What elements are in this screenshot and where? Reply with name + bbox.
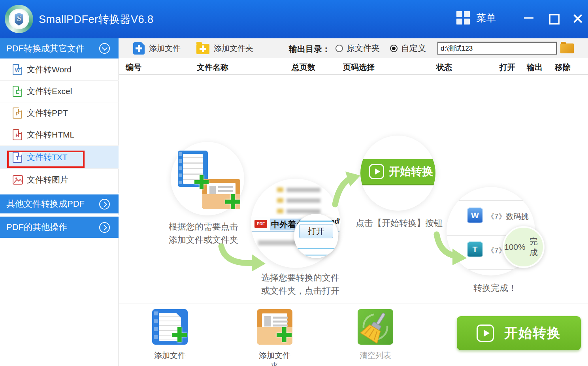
word-result-icon: W bbox=[467, 208, 483, 223]
toolbar: 添加文件 添加文件夹 输出目录： 原文件夹 自定义 bbox=[119, 38, 588, 58]
add-file-big-label[interactable]: 添加文件 bbox=[152, 350, 188, 361]
progress-done-label: 完成 bbox=[530, 236, 543, 258]
sidebar-item-pdf-to-html[interactable]: H 文件转HTML bbox=[0, 124, 119, 145]
column-header-status: 状态 bbox=[436, 62, 452, 73]
sidebar-item-pdf-to-image[interactable]: 文件转图片 bbox=[0, 168, 119, 191]
column-header-pages: 总页数 bbox=[292, 62, 315, 73]
chevron-right-icon bbox=[99, 222, 110, 233]
result-row1-label: 《7》数码挑 bbox=[487, 211, 529, 222]
play-icon bbox=[369, 164, 384, 179]
arrow-step1-to-step2-icon bbox=[215, 243, 267, 275]
start-convert-graphic: 开始转换 bbox=[360, 159, 435, 185]
bottom-divider bbox=[119, 304, 588, 304]
chevron-down-icon bbox=[99, 43, 110, 54]
menu-label: 菜单 bbox=[476, 11, 496, 25]
sidebar-item-pdf-to-ppt[interactable]: P 文件转PPT bbox=[0, 102, 119, 124]
plus-icon bbox=[225, 194, 240, 209]
radio-custom-label: 自定义 bbox=[401, 43, 426, 54]
radio-original-label: 原文件夹 bbox=[347, 43, 380, 54]
sidebar-item-pdf-to-txt[interactable]: T 文件转TXT bbox=[0, 145, 119, 168]
broom-icon bbox=[358, 309, 393, 345]
sidebar-item-pdf-to-excel[interactable]: E 文件转Excel bbox=[0, 80, 119, 102]
column-header-remove: 移除 bbox=[555, 62, 571, 73]
add-file-icon bbox=[133, 42, 145, 55]
radio-unchecked-icon bbox=[335, 45, 343, 52]
sidebar-section-label: 其他文件转换成PDF bbox=[6, 198, 85, 210]
plus-icon bbox=[172, 327, 187, 342]
pdf-file-icon: PDF bbox=[254, 220, 267, 228]
sidebar: PDF转换成其它文件 W 文件转Word E 文件转Excel P 文件转PPT… bbox=[0, 38, 119, 366]
play-icon bbox=[477, 324, 494, 342]
clear-list-button[interactable] bbox=[358, 309, 393, 345]
sidebar-section-label: PDF的其他操作 bbox=[6, 221, 67, 233]
minimize-button[interactable] bbox=[522, 12, 536, 25]
progress-percent: 100% bbox=[504, 242, 526, 252]
sidebar-section-other-to-pdf[interactable]: 其他文件转换成PDF bbox=[0, 193, 119, 213]
tutorial-step2-caption: 选择您要转换的文件 或文件夹，点击打开 bbox=[246, 271, 355, 297]
plus-icon bbox=[194, 175, 209, 189]
column-header-filename: 文件名称 bbox=[197, 62, 228, 73]
column-header-output: 输出 bbox=[527, 62, 543, 73]
title-bar: S SmallPDFer转换器V6.8 菜单 bbox=[0, 0, 588, 38]
tutorial-step1-caption: 根据您的需要点击 添加文件或文件夹 bbox=[157, 220, 250, 246]
sidebar-section-label: PDF转换成其它文件 bbox=[6, 43, 85, 55]
add-file-big-button[interactable] bbox=[152, 309, 188, 345]
add-file-button[interactable]: 添加文件 bbox=[133, 38, 181, 58]
browse-folder-button[interactable] bbox=[560, 42, 575, 54]
start-convert-label: 开始转换 bbox=[504, 324, 561, 342]
open-button: 打开 bbox=[299, 224, 333, 238]
column-header-open: 打开 bbox=[499, 62, 515, 73]
sidebar-section-pdf-other-ops[interactable]: PDF的其他操作 bbox=[0, 215, 119, 238]
excel-doc-icon: E bbox=[13, 86, 22, 97]
arrow-step2-to-step3-icon bbox=[331, 171, 363, 208]
arrow-step3-to-step4-icon bbox=[433, 231, 468, 267]
maximize-button[interactable] bbox=[546, 12, 560, 25]
clear-list-label[interactable]: 清空列表 bbox=[358, 350, 393, 361]
app-window: S SmallPDFer转换器V6.8 菜单 PDF转换成其它文件 W 文件转W… bbox=[0, 0, 588, 366]
column-header-index: 编号 bbox=[126, 62, 141, 73]
word-doc-icon: W bbox=[13, 64, 22, 75]
radio-custom-folder[interactable]: 自定义 bbox=[390, 38, 426, 58]
html-doc-icon: H bbox=[13, 129, 22, 140]
app-logo-icon: S bbox=[5, 5, 33, 33]
add-file-label: 添加文件 bbox=[149, 43, 181, 54]
txt-doc-icon: T bbox=[13, 152, 22, 163]
column-header-pagerange: 页码选择 bbox=[343, 62, 375, 73]
progress-complete-badge: 100% 完成 bbox=[503, 226, 545, 268]
file-table-header: 编号 文件名称 总页数 页码选择 状态 打开 输出 移除 bbox=[119, 58, 588, 75]
plus-icon bbox=[277, 327, 292, 342]
chevron-right-icon bbox=[99, 199, 110, 209]
output-dir-label: 输出目录： bbox=[289, 43, 330, 55]
output-path-input[interactable] bbox=[437, 42, 557, 55]
tutorial-step4-caption: 转换完成！ bbox=[458, 281, 533, 294]
menu-button[interactable]: 菜单 bbox=[456, 11, 496, 25]
app-title: SmallPDFer转换器V6.8 bbox=[39, 12, 154, 26]
sidebar-item-pdf-to-word[interactable]: W 文件转Word bbox=[0, 58, 119, 80]
image-icon bbox=[13, 175, 23, 185]
start-convert-button[interactable]: 开始转换 bbox=[457, 316, 581, 350]
add-folder-button[interactable]: 添加文件夹 bbox=[196, 38, 253, 58]
tutorial-open-button-circle: 打开 bbox=[294, 214, 338, 258]
txt-result-icon: T bbox=[467, 241, 483, 257]
folder-icon bbox=[560, 43, 574, 53]
ppt-doc-icon: P bbox=[13, 108, 22, 119]
menu-grid-icon bbox=[456, 11, 470, 25]
sidebar-section-pdf-to-other[interactable]: PDF转换成其它文件 bbox=[0, 38, 119, 58]
add-folder-big-button[interactable] bbox=[257, 309, 292, 345]
radio-original-folder[interactable]: 原文件夹 bbox=[335, 38, 380, 58]
tutorial-step3-caption: 点击【开始转换】按钮 bbox=[347, 217, 451, 230]
add-folder-label: 添加文件夹 bbox=[214, 43, 253, 54]
tutorial-step1-circle bbox=[171, 142, 244, 215]
close-button[interactable] bbox=[571, 12, 585, 25]
radio-checked-icon bbox=[390, 45, 398, 52]
add-folder-icon bbox=[196, 44, 209, 54]
add-folder-big-label[interactable]: 添加文件夹 bbox=[257, 350, 292, 366]
tutorial-step3-circle: 开始转换 bbox=[360, 136, 435, 211]
